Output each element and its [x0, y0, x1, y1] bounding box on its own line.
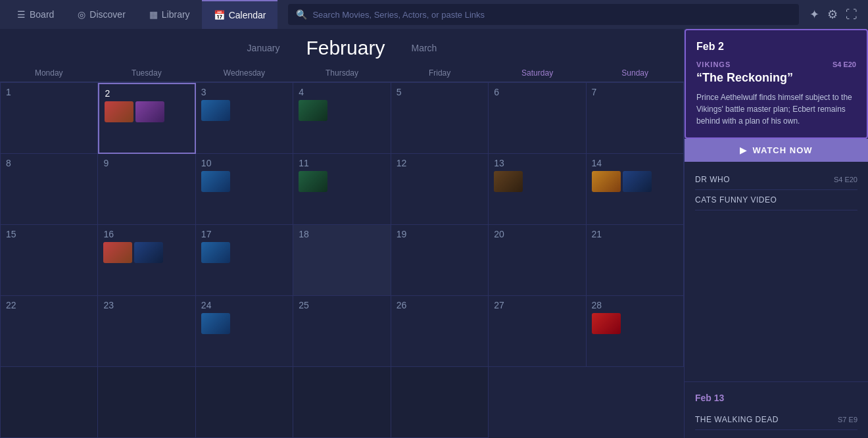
cal-day-18[interactable]: 18: [293, 225, 391, 296]
cal-day-11[interactable]: 11: [293, 154, 391, 225]
nav-discover-label: Discover: [89, 9, 125, 20]
cell-images: [105, 101, 189, 122]
prev-month[interactable]: January: [247, 43, 280, 53]
show-item-ep: S7 E9: [838, 416, 857, 424]
day-number: 16: [103, 229, 189, 239]
nav-board[interactable]: ☰ Board: [5, 0, 66, 29]
day-number: 21: [592, 229, 678, 239]
show-thumbnail-walking: [494, 171, 523, 192]
day-number: 15: [6, 229, 92, 239]
cell-images: [592, 313, 678, 334]
cal-day-15[interactable]: 15: [1, 225, 98, 296]
nav-right-icons: ✦ ⚙ ⛶: [809, 7, 863, 22]
day-number: 1: [6, 87, 92, 97]
play-icon: ▶: [740, 145, 747, 155]
cal-day-12[interactable]: 12: [391, 154, 489, 225]
fullscreen-icon[interactable]: ⛶: [846, 8, 857, 22]
cal-day-3[interactable]: 3: [196, 83, 293, 154]
watch-now-button[interactable]: ▶ WATCH NOW: [685, 139, 868, 162]
sidebar-section2-date: Feb 13: [695, 393, 857, 403]
cell-images: [201, 313, 287, 334]
day-number: 8: [6, 158, 92, 168]
day-number: 25: [299, 300, 385, 310]
nav-calendar[interactable]: 📅 Calendar: [202, 0, 278, 29]
cal-day-1[interactable]: 1: [1, 83, 98, 154]
cal-day-28[interactable]: 28: [587, 296, 684, 367]
cal-day-10[interactable]: 10: [196, 154, 293, 225]
cal-day-26[interactable]: 26: [391, 296, 489, 367]
sidebar-card-date: Feb 2: [696, 41, 856, 53]
show-episode: S4 E20: [832, 61, 856, 68]
cal-day-8[interactable]: 8: [1, 154, 98, 225]
cal-day-27[interactable]: 27: [489, 296, 586, 367]
cal-day-13[interactable]: 13: [489, 154, 586, 225]
day-sunday: Sunday: [586, 66, 684, 82]
cal-day-24[interactable]: 24: [196, 296, 293, 367]
day-monday: Monday: [0, 66, 98, 82]
cell-images: [201, 171, 287, 192]
show-thumbnail-v1: [103, 242, 132, 263]
sidebar-section-2: Feb 13 THE WALKING DEAD S7 E9: [685, 381, 868, 438]
cal-day-5[interactable]: 5: [391, 83, 489, 154]
day-number: 20: [494, 229, 580, 239]
calendar-grid: 1 2 3 4 5: [0, 82, 684, 438]
next-month[interactable]: March: [411, 43, 437, 53]
nav-discover[interactable]: ◎ Discover: [66, 0, 137, 29]
day-number: 18: [299, 229, 385, 239]
settings-icon[interactable]: ⚙: [827, 7, 838, 22]
cell-images: [592, 171, 678, 192]
watch-now-label: WATCH NOW: [752, 145, 812, 155]
cal-empty-4: [293, 367, 391, 438]
day-number: 13: [494, 158, 580, 168]
show-item-walkingdead[interactable]: THE WALKING DEAD S7 E9: [695, 410, 857, 430]
cal-day-2[interactable]: 2: [98, 83, 195, 154]
day-number: 4: [299, 87, 385, 97]
cal-empty-5: [391, 367, 489, 438]
show-name: VIKINGS: [696, 61, 731, 68]
cal-day-9[interactable]: 9: [98, 154, 195, 225]
nav-library-label: Library: [162, 9, 190, 20]
cell-images: [299, 100, 385, 121]
show-item-name: DR WHO: [695, 175, 730, 184]
show-thumbnail-vikings2: [135, 101, 164, 122]
day-number: 24: [201, 300, 287, 310]
day-friday: Friday: [391, 66, 489, 82]
search-icon: 🔍: [296, 9, 307, 20]
show-item-name: THE WALKING DEAD: [695, 415, 779, 424]
cal-day-22[interactable]: 22: [1, 296, 98, 367]
cal-day-20[interactable]: 20: [489, 225, 586, 296]
cal-day-4[interactable]: 4: [293, 83, 391, 154]
sidebar: Feb 2 VIKINGS S4 E20 “The Reckoning” Pri…: [684, 29, 868, 438]
show-item-name: CATS FUNNY VIDEO: [695, 195, 777, 205]
day-number: 11: [299, 158, 385, 168]
day-number: 22: [6, 300, 92, 310]
cal-day-14[interactable]: 14: [587, 154, 684, 225]
cal-day-25[interactable]: 25: [293, 296, 391, 367]
cal-day-19[interactable]: 19: [391, 225, 489, 296]
show-item-drwho[interactable]: DR WHO S4 E20: [695, 170, 857, 190]
day-number: 14: [592, 158, 678, 168]
cal-day-17[interactable]: 17: [196, 225, 293, 296]
sparkle-icon[interactable]: ✦: [809, 7, 819, 22]
cal-day-21[interactable]: 21: [587, 225, 684, 296]
day-number: 6: [494, 87, 580, 97]
cal-empty-3: [196, 367, 293, 438]
cal-day-7[interactable]: 7: [587, 83, 684, 154]
search-bar[interactable]: 🔍: [288, 4, 799, 25]
cell-images: [299, 171, 385, 192]
search-input[interactable]: [312, 10, 791, 20]
show-title: “The Reckoning”: [696, 71, 856, 85]
cal-day-6[interactable]: 6: [489, 83, 586, 154]
cal-empty-1: [1, 367, 98, 438]
show-item-cats[interactable]: CATS FUNNY VIDEO: [695, 190, 857, 210]
day-number: 27: [494, 300, 580, 310]
nav-library[interactable]: ▦ Library: [137, 0, 202, 29]
day-number: 10: [201, 158, 287, 168]
sidebar-extra-shows: DR WHO S4 E20 CATS FUNNY VIDEO: [685, 162, 868, 381]
current-month: February: [306, 37, 385, 59]
day-saturday: Saturday: [489, 66, 587, 82]
cal-day-16[interactable]: 16: [98, 225, 195, 296]
show-thumbnail-g: [134, 242, 163, 263]
day-number: 17: [201, 229, 287, 239]
cal-day-23[interactable]: 23: [98, 296, 195, 367]
